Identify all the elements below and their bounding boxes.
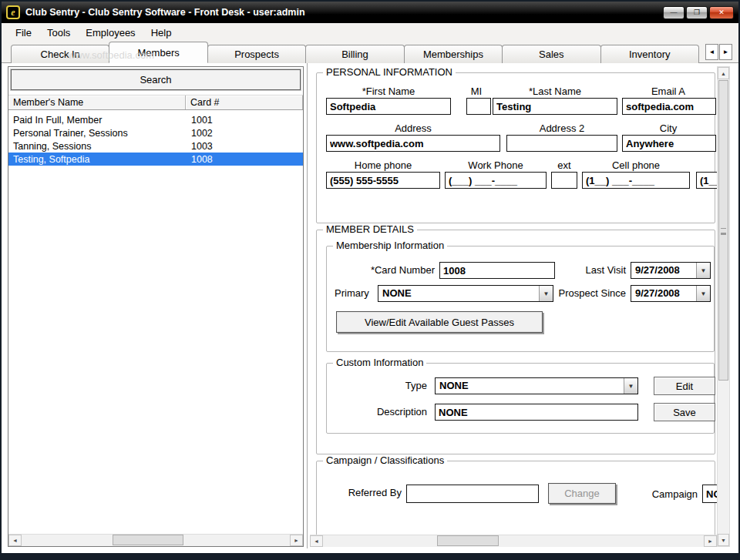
prospect-since-value: 9/27/2008 [635,286,680,301]
tab-scroll-left-button[interactable]: ◄ [705,44,718,60]
table-row[interactable]: Paid In Full, Member 1001 [8,113,303,126]
primary-label: Primary [335,285,376,302]
member-list-hscrollbar[interactable]: ◄ ► [8,534,303,546]
primary-value: NONE [382,286,412,301]
scroll-down-icon[interactable]: ▼ [718,534,729,546]
overflow-phone-field[interactable] [696,172,717,189]
description-field[interactable] [435,404,638,421]
home-phone-label: Home phone [326,159,440,171]
members-tab-content: Search Member's Name Card # Paid In Full… [2,63,738,553]
panel-splitter[interactable] [307,63,308,548]
scroll-left-icon[interactable]: ◄ [8,535,22,546]
table-row[interactable]: Tanning, Sessions 1003 [8,139,303,153]
member-list-panel: Search Member's Name Card # Paid In Full… [8,66,304,547]
search-button[interactable]: Search [11,69,301,90]
table-row[interactable]: Personal Trainer, Sessions 1002 [8,126,303,139]
last-visit-datepicker[interactable]: 9/27/2008 ▼ [631,262,711,279]
tab-check-in[interactable]: Check In [11,45,109,63]
tab-members[interactable]: Members [109,42,207,63]
prospect-since-datepicker[interactable]: 9/27/2008 ▼ [631,285,711,302]
member-name-cell: Personal Trainer, Sessions [8,128,186,139]
primary-dropdown[interactable]: NONE ▼ [378,285,553,302]
table-row-selected[interactable]: Testing, Softpedia 1008 [8,153,303,166]
guest-passes-button[interactable]: View/Edit Available Guest Passes [336,311,543,333]
campaign-classifications-title: Campaign / Classifications [323,454,447,466]
combo-arrow-icon[interactable]: ▼ [696,286,710,301]
scroll-right-icon[interactable]: ► [704,535,717,547]
tab-sales[interactable]: Sales [502,45,600,63]
menu-file[interactable]: File [8,25,39,41]
scroll-right-icon[interactable]: ► [290,535,303,546]
last-name-label: *Last Name [493,86,617,97]
member-name-cell: Testing, Softpedia [8,154,186,165]
campaign-label: Campaign [647,486,698,503]
maximize-icon: ❐ [694,8,700,16]
address2-label: Address 2 [506,122,617,134]
combo-arrow-icon[interactable]: ▼ [624,378,637,394]
tab-billing[interactable]: Billing [305,45,404,63]
tab-strip: Check In Members Prospects Billing Membe… [2,42,738,63]
campaign-field[interactable] [702,485,717,503]
card-number-cell: 1003 [186,141,213,152]
close-button[interactable]: ✕ [709,6,734,19]
type-dropdown[interactable]: NONE ▼ [435,377,638,394]
home-phone-field[interactable] [326,172,440,189]
last-name-field[interactable] [493,98,617,115]
hscroll-thumb[interactable] [437,535,499,546]
address2-field[interactable] [506,135,617,152]
tab-prospects[interactable]: Prospects [207,45,306,63]
change-button[interactable]: Change [548,483,616,504]
app-logo-letter: e [11,7,15,18]
combo-arrow-icon[interactable]: ▼ [539,286,553,301]
edit-button[interactable]: Edit [654,377,715,395]
minimize-button[interactable]: — [663,6,684,19]
card-number-field[interactable] [439,262,555,279]
menu-employees[interactable]: Employees [78,25,143,41]
hscroll-track[interactable] [323,535,704,547]
ext-field[interactable] [551,172,577,189]
member-list-header: Member's Name Card # [8,95,303,110]
prospect-since-label: Prospect Since [557,285,626,302]
scroll-left-icon[interactable]: ◄ [310,535,323,547]
referred-by-field[interactable] [406,485,539,503]
minimize-icon: — [671,8,678,16]
maximize-button[interactable]: ❐ [686,6,708,19]
menu-help[interactable]: Help [143,25,180,41]
column-header-member-name[interactable]: Member's Name [8,96,186,109]
column-header-card-number[interactable]: Card # [186,96,303,109]
member-name-cell: Paid In Full, Member [8,115,186,126]
first-name-field[interactable] [326,98,451,115]
mi-field[interactable] [466,98,491,115]
tab-scroll-right-button[interactable]: ► [719,44,732,60]
first-name-label: *First Name [326,86,451,97]
save-button[interactable]: Save [654,403,715,421]
member-detail-panel: PERSONAL INFORMATION *First Name MI *Las… [310,66,717,547]
ext-label: ext [548,159,580,171]
tab-inventory[interactable]: Inventory [600,45,699,63]
scroll-up-icon[interactable]: ▲ [718,67,729,79]
last-visit-value: 9/27/2008 [635,263,680,278]
tab-memberships[interactable]: Memberships [404,45,503,63]
personal-information-group: PERSONAL INFORMATION *First Name MI *Las… [316,72,715,223]
combo-arrow-icon[interactable]: ▼ [696,263,710,278]
menu-tools[interactable]: Tools [39,25,78,41]
city-field[interactable] [622,135,716,152]
email-field[interactable] [622,98,716,115]
title-bar[interactable]: e Club Sentry - Club Sentry Software - F… [2,2,738,23]
cell-phone-label: Cell phone [582,159,690,171]
card-number-cell: 1001 [186,115,213,126]
work-phone-field[interactable] [445,172,547,189]
description-label: Description [358,404,427,421]
email-label: Email A [622,86,715,97]
address-field[interactable] [326,135,500,152]
vscroll-thumb[interactable] [718,80,728,381]
detail-panel-vscrollbar[interactable]: ▲ ▼ [717,66,730,547]
app-window: e Club Sentry - Club Sentry Software - F… [0,0,740,560]
hscroll-track[interactable] [22,535,290,546]
detail-panel-hscrollbar[interactable]: ◄ ► [310,535,717,547]
tab-scroll-buttons: ◄ ► [705,44,732,60]
custom-information-group: Custom Information Type NONE ▼ Edit Desc… [326,363,715,434]
cell-phone-field[interactable] [582,172,690,189]
hscroll-thumb[interactable] [113,535,183,545]
menu-bar: File Tools Employees Help [2,23,738,42]
